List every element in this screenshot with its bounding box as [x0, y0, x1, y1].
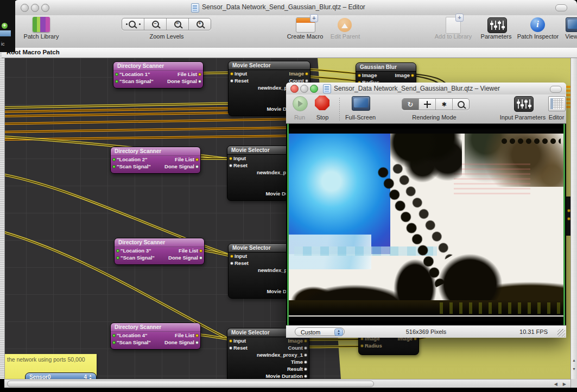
port-dot[interactable]: [229, 157, 232, 160]
zoom-out-button[interactable]: −: [144, 18, 167, 30]
port-label: Movie Duration: [265, 372, 303, 379]
port-dot[interactable]: [358, 74, 361, 77]
port-dot[interactable]: [115, 80, 118, 83]
scroll-up-arrow[interactable]: ▲: [572, 358, 576, 362]
render-mode-button[interactable]: ↻: [402, 99, 419, 110]
background-window-fragment: + ic: [0, 0, 15, 52]
magnifier-icon: [458, 101, 465, 108]
port-dot[interactable]: [304, 361, 307, 364]
full-screen-button[interactable]: Full-Screen: [345, 114, 376, 121]
scroll-down-arrow[interactable]: ▼: [572, 367, 576, 371]
vertical-scrollbar[interactable]: ▲ ▼: [570, 58, 577, 379]
port-dot[interactable]: [304, 375, 307, 378]
node-directory-scanner-3[interactable]: Directory Scanner "Location 3"File List …: [114, 238, 205, 265]
port-dot[interactable]: [230, 262, 233, 265]
port-dot[interactable]: [195, 341, 199, 344]
port-dot[interactable]: [198, 80, 201, 83]
rendering-mode-control[interactable]: ↻ ✱: [402, 98, 470, 110]
port-dot[interactable]: [195, 165, 199, 168]
close-button[interactable]: [21, 4, 29, 12]
port-dot[interactable]: [199, 256, 202, 260]
port-dot[interactable]: [360, 344, 364, 347]
port-dot[interactable]: [195, 334, 199, 337]
node-directory-scanner-1[interactable]: Directory Scanner "Location 1"File List …: [113, 61, 204, 88]
port-dot[interactable]: [115, 73, 118, 76]
scroll-right-arrow[interactable]: ▶: [563, 382, 566, 387]
port-dot[interactable]: [229, 339, 232, 343]
port-dot[interactable]: [116, 256, 119, 260]
zoom-mode-button[interactable]: [453, 99, 469, 110]
viewer-button[interactable]: Viewer: [565, 33, 577, 40]
close-button[interactable]: [290, 85, 299, 93]
port-dot[interactable]: [230, 72, 233, 75]
viewer-icon[interactable]: [566, 17, 577, 32]
zoom-in-button[interactable]: +: [189, 18, 211, 30]
port-dot[interactable]: [304, 339, 307, 343]
toolbar-toggle-button[interactable]: [555, 4, 567, 11]
port-dot[interactable]: [305, 72, 308, 75]
toolbar-toggle-button[interactable]: [550, 86, 562, 93]
patch-library-icon[interactable]: [33, 17, 50, 32]
port-dot[interactable]: [199, 249, 202, 252]
create-macro-button[interactable]: Create Macro: [287, 33, 324, 40]
port-dot[interactable]: [195, 158, 199, 161]
port-dot[interactable]: [304, 368, 307, 371]
port-label: Input: [234, 70, 247, 77]
viewer-window[interactable]: Sensor_Data Network_Send_Gaussian_Blur.q…: [286, 83, 566, 338]
parameters-button[interactable]: Parameters: [481, 33, 512, 40]
zoom-fit-button[interactable]: =: [167, 18, 189, 30]
scrollbar-thumb[interactable]: [7, 381, 374, 387]
node-directory-scanner-4[interactable]: Directory Scanner "Location 4"File List …: [110, 323, 201, 350]
viewer-title-bar[interactable]: Sensor_Data Network_Send_Gaussian_Blur.q…: [286, 83, 566, 95]
full-screen-icon[interactable]: [352, 96, 370, 111]
editor-button[interactable]: Editor: [549, 114, 565, 121]
port-dot[interactable]: [230, 255, 233, 258]
minimize-button[interactable]: [300, 85, 308, 93]
port-label: File List: [177, 71, 197, 78]
stepper-icon[interactable]: ▲▼: [88, 374, 92, 380]
viewer-toolbar: Run Stop Full-Screen ↻ ✱ Rendering Mode …: [286, 94, 566, 124]
patch-inspector-button[interactable]: Patch Inspector: [517, 33, 559, 40]
patch-inspector-icon[interactable]: i: [530, 17, 545, 32]
screen-edge: [0, 388, 577, 392]
port-dot[interactable]: [112, 158, 116, 161]
node-directory-scanner-2[interactable]: Directory Scanner "Location 2"File List …: [110, 147, 201, 174]
input-parameters-icon[interactable]: [514, 96, 534, 112]
port-label: "Scan Signal": [121, 254, 155, 261]
stop-icon[interactable]: [315, 96, 329, 110]
editor-icon[interactable]: [548, 96, 566, 111]
pan-mode-button[interactable]: [419, 99, 436, 110]
add-to-library-icon: +: [446, 17, 461, 34]
scroll-left-arrow[interactable]: ◀: [554, 382, 557, 387]
input-parameters-button[interactable]: Input Parameters: [500, 114, 546, 121]
zoom-button[interactable]: [41, 4, 49, 12]
editor-title-bar[interactable]: Sensor_Data Network_Send_Gaussian_Blur.q…: [14, 0, 577, 16]
zoom-levels-control[interactable]: − = +: [122, 18, 211, 30]
port-dot[interactable]: [304, 353, 307, 357]
frame-pink-texture: [454, 163, 531, 194]
port-dot[interactable]: [198, 73, 201, 76]
edit-parent-icon: [338, 18, 352, 32]
port-dot[interactable]: [229, 346, 232, 350]
port-dot[interactable]: [112, 165, 116, 168]
node-sensor0[interactable]: Sensor0 4 ▲▼: [25, 372, 97, 379]
port-dot[interactable]: [229, 164, 232, 167]
port-label: Done Signal: [164, 339, 194, 346]
create-macro-icon[interactable]: +: [296, 17, 315, 33]
port-dot[interactable]: [304, 346, 307, 350]
zoom-actual-button[interactable]: [122, 18, 144, 30]
port-dot[interactable]: [230, 79, 233, 83]
trackball-mode-button[interactable]: ✱: [436, 99, 453, 110]
resize-grip[interactable]: [557, 329, 565, 337]
port-dot[interactable]: [112, 341, 116, 344]
patch-library-button[interactable]: Patch Library: [24, 33, 59, 40]
port-dot[interactable]: [411, 74, 414, 77]
zoom-button[interactable]: [310, 85, 318, 93]
minimize-button[interactable]: [31, 4, 39, 12]
stop-button[interactable]: Stop: [316, 114, 329, 121]
port-dot[interactable]: [112, 334, 116, 337]
parameters-icon[interactable]: [487, 17, 507, 33]
horizontal-scrollbar[interactable]: ◀ ▶: [4, 379, 570, 388]
port-dot[interactable]: [305, 79, 308, 83]
port-dot[interactable]: [116, 249, 119, 252]
